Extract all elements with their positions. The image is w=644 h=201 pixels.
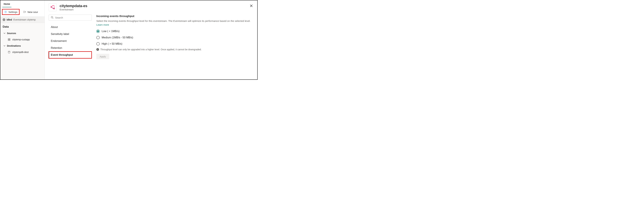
- new-source-label: New sour: [28, 10, 38, 13]
- throughput-note: Throughput level can only be upgraded in…: [100, 48, 202, 51]
- learn-more-link[interactable]: Learn more: [96, 23, 109, 26]
- source-item-label: citytemp-custapp: [12, 38, 30, 41]
- database-icon: [8, 51, 10, 54]
- section-title: Incoming events throughput: [96, 14, 253, 18]
- nav-retention[interactable]: Retention: [49, 44, 92, 51]
- radio-high[interactable]: High ( > 50 MB/s): [96, 42, 253, 45]
- nav-endorsement[interactable]: Endorsement: [49, 37, 92, 44]
- close-icon: [250, 4, 253, 8]
- panel-subtitle: Eventstream: [60, 8, 88, 11]
- nav-sensitivity[interactable]: Sensitivity label: [49, 31, 92, 37]
- radio-icon: [96, 30, 100, 33]
- settings-button[interactable]: Settings: [2, 9, 20, 15]
- search-input-wrap[interactable]: [49, 14, 92, 21]
- radio-medium-label: Medium (1MB/s - 50 MB/s): [102, 36, 133, 39]
- svg-point-7: [51, 16, 53, 18]
- close-button[interactable]: [249, 3, 254, 8]
- gear-icon: [4, 10, 7, 13]
- destination-item-label: citytempdb-dest: [12, 51, 29, 53]
- destinations-label: Destinations: [7, 44, 21, 47]
- new-source-button[interactable]: New sour: [22, 9, 40, 15]
- list-item[interactable]: citytemp-custapp: [2, 36, 43, 43]
- svg-point-0: [5, 11, 6, 12]
- status-text: Eventstream citytemp: [14, 18, 36, 21]
- radio-icon: [96, 42, 100, 45]
- svg-point-6: [54, 8, 54, 9]
- status-bar: i Idled Eventstream citytemp: [0, 17, 44, 23]
- destinations-group[interactable]: Destinations: [2, 43, 43, 49]
- panel-title: citytempdata-es: [60, 4, 88, 8]
- radio-high-label: High ( > 50 MB/s): [102, 42, 122, 45]
- status-idled: Idled: [6, 18, 12, 21]
- radio-low[interactable]: Low ( < 1MB/s): [96, 30, 253, 33]
- search-input[interactable]: [55, 16, 90, 19]
- radio-low-label: Low ( < 1MB/s): [102, 30, 120, 33]
- svg-rect-1: [8, 38, 9, 39]
- svg-rect-2: [9, 38, 10, 39]
- list-item[interactable]: citytempdb-dest: [2, 49, 43, 55]
- arrow-in-icon: [23, 10, 26, 13]
- info-icon: i: [96, 48, 99, 51]
- svg-rect-4: [9, 40, 10, 40]
- chevron-down-icon: [3, 32, 6, 35]
- svg-rect-3: [8, 40, 9, 40]
- search-icon: [51, 16, 54, 19]
- section-desc: Select the incoming events throughput le…: [96, 19, 253, 27]
- radio-medium[interactable]: Medium (1MB/s - 50 MB/s): [96, 36, 253, 39]
- sources-group[interactable]: Sources: [2, 30, 43, 36]
- nav-about[interactable]: About: [49, 24, 92, 31]
- chevron-down-icon: [3, 44, 6, 47]
- sources-label: Sources: [7, 32, 16, 34]
- tab-home[interactable]: Home: [2, 2, 12, 7]
- data-heading: Data: [0, 23, 44, 30]
- settings-label: Settings: [8, 10, 18, 13]
- app-icon: [8, 38, 10, 41]
- info-icon: i: [3, 18, 5, 21]
- nav-event-throughput[interactable]: Event throughput: [49, 51, 92, 58]
- eventstream-icon: [49, 3, 56, 11]
- radio-icon: [96, 36, 100, 39]
- svg-point-5: [8, 51, 10, 52]
- apply-button[interactable]: Apply: [96, 54, 109, 59]
